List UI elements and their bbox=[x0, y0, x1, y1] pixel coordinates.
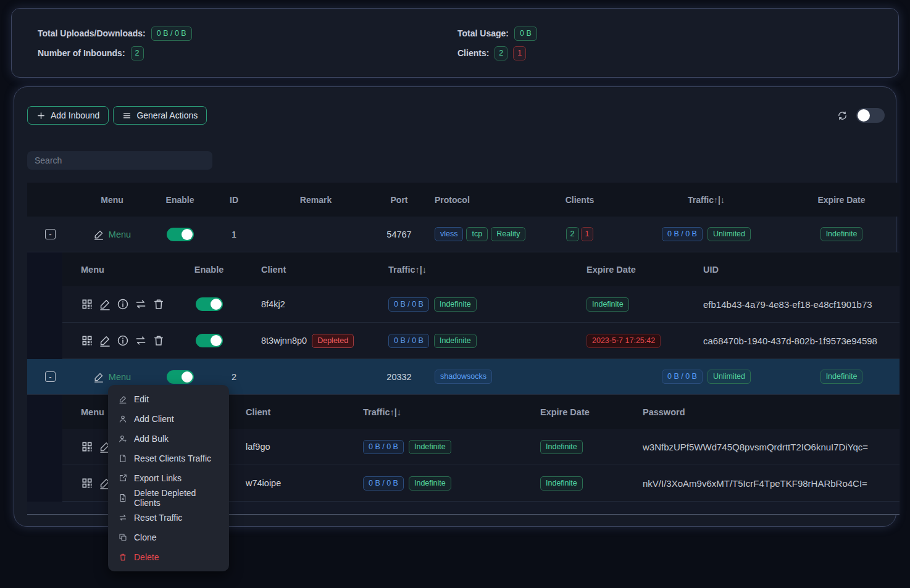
client-traffic-limit: Indefinite bbox=[409, 476, 451, 491]
col-enable: Enable bbox=[186, 252, 232, 286]
clients-table-1-header: Menu Enable Client Traffic↑|↓ Expire Dat… bbox=[62, 252, 900, 286]
add-inbound-label: Add Inbound bbox=[51, 110, 99, 120]
client-enable-toggle[interactable] bbox=[196, 334, 223, 347]
client-info-icon[interactable] bbox=[117, 298, 129, 310]
inbound-2-expire: Indefinite bbox=[820, 370, 863, 384]
col-expire: Expire Date bbox=[584, 252, 701, 286]
inbound-1-clients-section: Menu Enable Client Traffic↑|↓ Expire Dat… bbox=[27, 252, 900, 359]
client-name: 8f4kj2 bbox=[261, 299, 285, 309]
delete-depleted-icon bbox=[119, 494, 127, 502]
client-info-icon[interactable] bbox=[117, 334, 129, 347]
edit-icon bbox=[93, 371, 104, 383]
edit-client-icon[interactable] bbox=[99, 298, 111, 310]
menu-item-label: Reset Clients Traffic bbox=[134, 453, 211, 463]
col-expire: Expire Date bbox=[538, 395, 640, 429]
protocol-tag-tcp: tcp bbox=[466, 227, 488, 241]
inbound-1-port: 54767 bbox=[386, 230, 411, 239]
client-expire: Indefinite bbox=[586, 297, 629, 312]
row-1-menu-button[interactable]: Menu bbox=[93, 229, 131, 240]
stats-panel: Total Uploads/Downloads: 0 B / 0 B Total… bbox=[11, 8, 899, 78]
export-links-icon bbox=[119, 474, 127, 482]
inbound-2-enable-toggle[interactable] bbox=[167, 370, 194, 384]
refresh-icon[interactable] bbox=[837, 110, 848, 121]
inbounds-table-header: Menu Enable ID Remark Port Protocol Clie… bbox=[27, 183, 900, 217]
menu-item-label: Reset Traffic bbox=[134, 513, 182, 523]
row-menu-label: Menu bbox=[109, 230, 131, 239]
menu-item-add-bulk[interactable]: Add Bulk bbox=[108, 429, 229, 449]
client-uid: ca68470b-1940-437d-802b-1f9573e94598 bbox=[703, 336, 877, 346]
reset-client-traffic-icon[interactable] bbox=[135, 334, 147, 347]
qr-code-icon[interactable] bbox=[81, 441, 93, 453]
collapse-row-1-button[interactable]: - bbox=[45, 229, 56, 239]
col-id: ID bbox=[209, 183, 259, 217]
total-uploads-downloads-value: 0 B / 0 B bbox=[151, 27, 192, 41]
inbound-2-id: 2 bbox=[232, 372, 236, 382]
edit-icon bbox=[93, 229, 104, 240]
menu-item-label: Add Client bbox=[134, 414, 174, 424]
plus-icon bbox=[36, 111, 46, 120]
total-uploads-downloads-label: Total Uploads/Downloads: bbox=[38, 28, 146, 38]
col-traffic[interactable]: Traffic↑|↓ bbox=[359, 395, 538, 429]
client-traffic: 0 B / 0 B bbox=[388, 297, 429, 312]
client-actions bbox=[62, 323, 186, 358]
number-of-inbounds-label: Number of Inbounds: bbox=[38, 48, 125, 58]
delete-icon bbox=[119, 553, 127, 561]
col-menu: Menu bbox=[73, 183, 151, 217]
inbound-1-id: 1 bbox=[232, 230, 236, 239]
menu-item-label: Delete bbox=[134, 552, 159, 562]
qr-code-icon[interactable] bbox=[81, 334, 93, 347]
stat-clients: Clients: 2 1 bbox=[444, 46, 898, 60]
general-actions-button[interactable]: General Actions bbox=[113, 106, 207, 125]
client-name: w74ioipe bbox=[246, 478, 281, 488]
client-traffic: 0 B / 0 B bbox=[363, 440, 404, 454]
clients-depleted-count: 1 bbox=[513, 46, 526, 60]
col-client: Client bbox=[232, 395, 359, 429]
qr-code-icon[interactable] bbox=[81, 298, 93, 310]
collapse-row-2-button[interactable]: - bbox=[45, 371, 56, 382]
col-expand bbox=[27, 183, 73, 217]
toggle-knob bbox=[182, 371, 193, 383]
menu-item-clone[interactable]: Clone bbox=[108, 528, 229, 547]
menu-item-add-client[interactable]: Add Client bbox=[108, 409, 229, 429]
menu-item-export-links[interactable]: Export Links bbox=[108, 468, 229, 488]
col-traffic[interactable]: Traffic↑|↓ bbox=[629, 183, 783, 217]
edit-client-icon[interactable] bbox=[99, 334, 111, 347]
delete-client-icon[interactable] bbox=[152, 298, 165, 310]
col-traffic[interactable]: Traffic↑|↓ bbox=[386, 252, 584, 286]
toggle-knob bbox=[858, 109, 870, 122]
qr-code-icon[interactable] bbox=[81, 477, 93, 489]
menu-item-reset-clients-traffic[interactable]: Reset Clients Traffic bbox=[108, 449, 229, 468]
total-usage-value: 0 B bbox=[514, 27, 537, 41]
client-traffic: 0 B / 0 B bbox=[388, 334, 429, 348]
stat-total-usage: Total Usage: 0 B bbox=[444, 27, 898, 41]
menu-item-delete[interactable]: Delete bbox=[108, 547, 229, 567]
menu-item-edit[interactable]: Edit bbox=[108, 389, 229, 409]
col-clients: Clients bbox=[530, 183, 629, 217]
delete-client-icon[interactable] bbox=[152, 334, 165, 347]
inbound-1-expire: Indefinite bbox=[820, 227, 863, 241]
total-usage-label: Total Usage: bbox=[457, 28, 509, 38]
client-traffic-limit: Indefinite bbox=[434, 334, 477, 348]
col-port: Port bbox=[373, 183, 425, 217]
theme-toggle[interactable] bbox=[856, 108, 885, 123]
menu-item-delete-depleted-clients[interactable]: Delete Depleted Clients bbox=[108, 488, 229, 508]
col-uid: UID bbox=[701, 252, 900, 286]
stat-total-uploads-downloads: Total Uploads/Downloads: 0 B / 0 B bbox=[38, 27, 444, 41]
add-client-icon bbox=[119, 415, 127, 423]
search-input[interactable] bbox=[27, 151, 212, 170]
menu-item-reset-traffic[interactable]: Reset Traffic bbox=[108, 508, 229, 528]
reset-clients-traffic-icon bbox=[119, 454, 127, 463]
inbound-2-traffic-limit: Unlimited bbox=[708, 370, 751, 384]
reset-client-traffic-icon[interactable] bbox=[135, 298, 147, 310]
add-inbound-button[interactable]: Add Inbound bbox=[27, 106, 109, 125]
client-traffic-limit: Indefinite bbox=[409, 440, 451, 454]
inbound-1-enable-toggle[interactable] bbox=[167, 228, 194, 241]
client-traffic-limit: Indefinite bbox=[434, 297, 477, 312]
client-enable-toggle[interactable] bbox=[196, 297, 223, 311]
col-enable: Enable bbox=[151, 183, 209, 217]
col-expire: Expire Date bbox=[783, 183, 900, 217]
toolbar: Add Inbound General Actions bbox=[27, 106, 885, 125]
row-2-menu-button[interactable]: Menu bbox=[93, 371, 131, 383]
client-uid: efb14b43-4a79-4e83-ef18-e48cf1901b73 bbox=[703, 299, 872, 310]
client-name: laf9go bbox=[246, 442, 270, 452]
